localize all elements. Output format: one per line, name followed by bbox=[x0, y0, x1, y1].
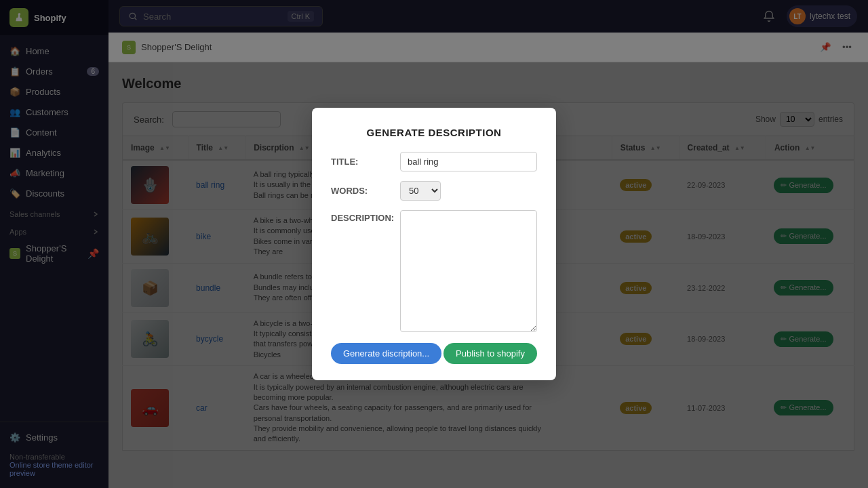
modal-overlay: GENERATE DESCRIPTION TITLE: WORDS: 50 10… bbox=[0, 0, 868, 488]
generate-description-modal: GENERATE DESCRIPTION TITLE: WORDS: 50 10… bbox=[312, 108, 556, 380]
words-label: WORDS: bbox=[331, 186, 392, 196]
words-field-group: WORDS: 50 100 150 200 bbox=[331, 181, 537, 201]
modal-actions: Generate discription... Publish to shopi… bbox=[331, 343, 537, 364]
title-input[interactable] bbox=[400, 152, 537, 171]
description-label: DESCRIPTION: bbox=[331, 213, 392, 223]
modal-title: GENERATE DESCRIPTION bbox=[331, 127, 537, 138]
description-field-group: DESCRIPTION: bbox=[331, 210, 537, 332]
title-label: TITLE: bbox=[331, 157, 392, 167]
description-textarea[interactable] bbox=[400, 210, 537, 332]
generate-description-button[interactable]: Generate discription... bbox=[331, 343, 441, 364]
title-field-group: TITLE: bbox=[331, 152, 537, 171]
words-select[interactable]: 50 100 150 200 bbox=[400, 181, 441, 201]
publish-to-shopify-button[interactable]: Publish to shopify bbox=[443, 343, 537, 364]
